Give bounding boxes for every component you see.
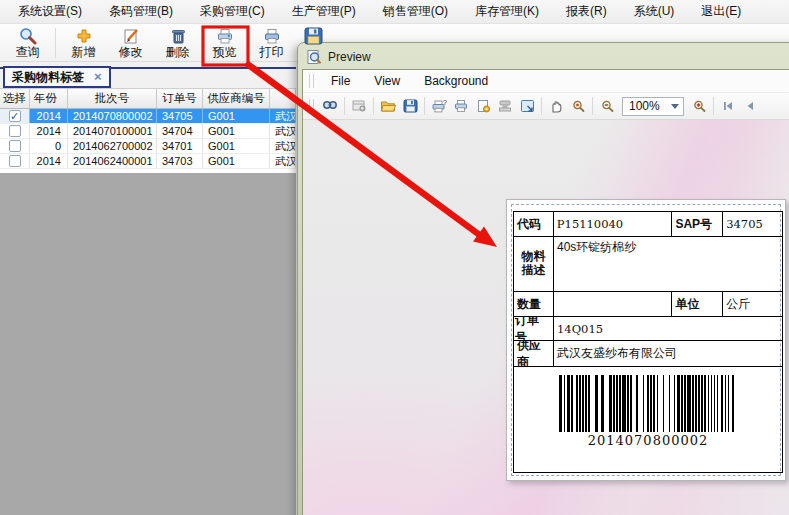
add-button[interactable]: 新增 (60, 25, 107, 61)
cell-year: 2014 (30, 124, 68, 138)
first-page-icon[interactable] (717, 95, 739, 117)
value-quantity (554, 292, 673, 316)
query-button[interactable]: 查询 (4, 25, 51, 61)
cell-batch: 2014062400001 (68, 154, 157, 168)
barcode-cell: 2014070800002 (514, 367, 782, 473)
label-unit: 单位 (672, 292, 723, 316)
toolbar-separator (424, 97, 425, 115)
menu-reports[interactable]: 报表(R) (566, 3, 607, 20)
search-icon (18, 27, 38, 45)
tab-purchase-material-label[interactable]: 采购物料标签 × (3, 66, 111, 88)
app-root: { "colors": { "selection_blue": "#3296f0… (0, 0, 789, 515)
menu-production-mgmt[interactable]: 生产管理(P) (292, 3, 356, 20)
preview-titlebar[interactable]: Preview (302, 47, 789, 69)
header-batch[interactable]: 批次号 (68, 89, 157, 108)
zoom-tool-icon[interactable] (567, 95, 589, 117)
menu-system[interactable]: 系统(U) (634, 3, 675, 20)
barcode-text: 2014070800002 (588, 433, 709, 448)
cell-supplier-name: 武汉 (270, 109, 296, 123)
menu-barcode-mgmt[interactable]: 条码管理(B) (109, 3, 173, 20)
cell-supplier-code: G001 (203, 124, 270, 138)
header-order[interactable]: 订单号 (157, 89, 203, 108)
row-checkbox[interactable] (9, 125, 21, 137)
cell-supplier-name: 武汉 (270, 139, 296, 153)
edit-button[interactable]: 修改 (107, 25, 154, 61)
cell-order: 34701 (157, 139, 203, 153)
preview-icon (215, 27, 235, 45)
table-row[interactable]: ✓ 2014 2014070800002 34705 G001 武汉 (0, 109, 296, 124)
print-icon[interactable] (450, 95, 472, 117)
preview-body: File View Background (302, 69, 789, 515)
barcode-image (559, 375, 737, 432)
material-table: 选择 年份 批次号 订单号 供应商编号 ✓ 2014 2014070800002… (0, 88, 296, 173)
print-button[interactable]: 打印 (248, 25, 295, 61)
delete-icon (168, 27, 188, 45)
value-order-no: 14Q015 (554, 317, 782, 340)
preview-menu-file[interactable]: File (319, 74, 362, 88)
label-material-desc: 物料描述 (514, 237, 554, 291)
row-checkbox[interactable] (9, 140, 21, 152)
table-row[interactable]: 0 2014062700002 34701 G001 武汉 (0, 139, 296, 154)
row-checkbox[interactable] (9, 155, 21, 167)
page-setup-icon[interactable] (472, 95, 494, 117)
add-icon (74, 27, 94, 45)
preview-title-text: Preview (328, 50, 371, 64)
cell-batch: 2014062700002 (68, 139, 157, 153)
menu-inventory-mgmt[interactable]: 库存管理(K) (475, 3, 539, 20)
fit-page-icon[interactable] (516, 95, 538, 117)
preview-button[interactable]: 预览 (201, 25, 248, 61)
zoom-out-icon[interactable] (596, 95, 618, 117)
zoom-level-combobox[interactable]: 100% (622, 97, 684, 116)
toolbar-grip (309, 99, 314, 113)
save-icon[interactable] (304, 27, 323, 45)
toolbar-separator (592, 97, 593, 115)
edit-icon (121, 27, 141, 45)
toolbar-separator (541, 97, 542, 115)
prev-page-icon[interactable] (739, 95, 761, 117)
preview-menu-background[interactable]: Background (412, 74, 500, 88)
preview-canvas[interactable]: 代码 P15110040 SAP号 34705 物料描述 40s环锭纺棉纱 数量… (303, 120, 789, 515)
cell-supplier-code: G001 (203, 109, 270, 123)
watermark-icon[interactable] (494, 95, 516, 117)
header-year[interactable]: 年份 (30, 89, 68, 108)
label-code: 代码 (514, 212, 554, 236)
toolbar-separator (344, 97, 345, 115)
open-folder-icon[interactable] (377, 95, 399, 117)
table-row[interactable]: 2014 2014062400001 34703 G001 武汉 (0, 154, 296, 169)
preview-menu-view[interactable]: View (362, 74, 412, 88)
menu-system-settings[interactable]: 系统设置(S) (18, 3, 82, 20)
label-page: 代码 P15110040 SAP号 34705 物料描述 40s环锭纺棉纱 数量… (506, 199, 786, 481)
zoom-level-value: 100% (629, 99, 660, 113)
preview-menubar: File View Background (303, 70, 789, 93)
label-table: 代码 P15110040 SAP号 34705 物料描述 40s环锭纺棉纱 数量… (513, 211, 783, 473)
header-select[interactable]: 选择 (0, 89, 30, 108)
zoom-in-icon[interactable] (688, 95, 710, 117)
cell-year: 2014 (30, 154, 68, 168)
header-supplier-name[interactable] (270, 89, 296, 108)
toolbar-separator (55, 28, 56, 58)
menu-exit[interactable]: 退出(E) (701, 3, 741, 20)
tab-bar: 采购物料标签 × (0, 62, 296, 88)
tab-close-icon[interactable]: × (94, 72, 102, 82)
pan-hand-icon[interactable] (545, 95, 567, 117)
menu-sales-mgmt[interactable]: 销售管理(O) (383, 3, 448, 20)
design-icon[interactable] (348, 95, 370, 117)
toolbar-separator (373, 97, 374, 115)
grid-footer-spacer (0, 169, 296, 173)
header-supplier-code[interactable]: 供应商编号 (203, 89, 270, 108)
menu-grip (309, 74, 314, 88)
cell-order: 34705 (157, 109, 203, 123)
tab-label: 采购物料标签 (12, 69, 84, 86)
menu-purchase-mgmt[interactable]: 采购管理(C) (200, 3, 265, 20)
preview-window-icon (306, 49, 322, 65)
row-checkbox[interactable]: ✓ (9, 110, 21, 122)
cell-batch: 2014070100001 (68, 124, 157, 138)
save-icon[interactable] (399, 95, 421, 117)
cell-supplier-code: G001 (203, 154, 270, 168)
delete-button[interactable]: 删除 (154, 25, 201, 61)
cell-order: 34703 (157, 154, 203, 168)
find-icon[interactable] (319, 95, 341, 117)
print-setup-icon[interactable]: ? (428, 95, 450, 117)
preview-toolbar: ? (303, 93, 789, 120)
table-row[interactable]: 2014 2014070100001 34704 G001 武汉 (0, 124, 296, 139)
